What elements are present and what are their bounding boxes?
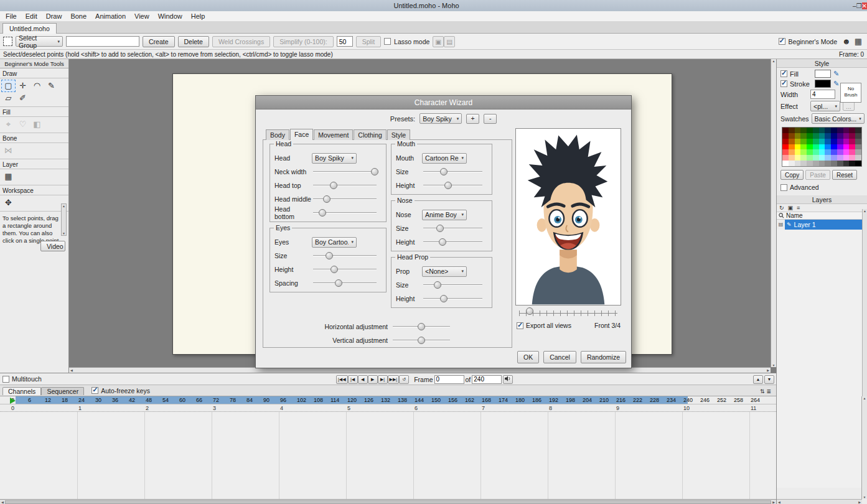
layer-row[interactable]: ▤✎Layer 1 [777, 220, 867, 230]
palette-swatch[interactable] [855, 149, 861, 155]
palette-swatch[interactable] [825, 133, 831, 139]
palette-swatch[interactable] [800, 139, 807, 144]
frame-label[interactable]: 240 [683, 397, 693, 403]
menu-help[interactable]: Help [187, 11, 210, 22]
palette-swatch[interactable] [807, 144, 813, 150]
palette-swatch[interactable] [855, 133, 861, 139]
slider-head-middle[interactable] [313, 198, 377, 200]
swatches-dropdown[interactable]: Basic Colors...▾ [812, 113, 865, 124]
layers-menu-icon[interactable]: ≡ [797, 205, 800, 211]
palette-swatch[interactable] [825, 155, 831, 161]
group-name-input[interactable] [66, 36, 139, 47]
frame-label[interactable]: 252 [717, 397, 726, 403]
frame-label[interactable]: 168 [482, 397, 491, 403]
palette-swatch[interactable] [782, 161, 789, 166]
transform-points-tool[interactable]: ✛ [16, 80, 30, 92]
pan-tool-tool[interactable]: ✥ [1, 197, 16, 209]
timeline-tab-sequencer[interactable]: Sequencer [41, 387, 84, 395]
slider-knob[interactable] [434, 281, 441, 289]
scroll-up-icon[interactable]: ▲ [862, 396, 867, 400]
playbar-down-icon[interactable]: ▼ [764, 375, 774, 384]
scrollbar-thumb[interactable] [5, 500, 771, 504]
slider-size[interactable] [423, 171, 482, 172]
wizard-tab-face[interactable]: Face [290, 129, 313, 140]
frame-label[interactable]: 216 [616, 397, 626, 403]
wizard-tab-movement[interactable]: Movement [314, 129, 353, 140]
menu-animation[interactable]: Animation [91, 11, 130, 22]
palette-swatch[interactable] [825, 144, 831, 150]
stroke-pen-icon[interactable]: ✎ [833, 80, 839, 88]
timeline-body[interactable] [0, 412, 776, 499]
slider-vertical-adjustment[interactable] [393, 340, 450, 341]
select-points-tool[interactable]: ▢ [1, 80, 16, 92]
palette-swatch[interactable] [782, 144, 789, 150]
palette-swatch[interactable] [819, 144, 825, 150]
step-back-button[interactable]: ◀ [358, 375, 368, 384]
palette-swatch[interactable] [800, 149, 807, 155]
frame-label[interactable]: 114 [330, 397, 339, 403]
fill-pen-icon[interactable]: ✎ [833, 70, 839, 78]
wizard-tab-clothing[interactable]: Clothing [354, 129, 387, 140]
timeline-menu-icon[interactable]: ≣ [766, 388, 771, 394]
frame-label[interactable]: 258 [734, 397, 743, 403]
effect-dropdown[interactable]: <pl...▾ [810, 101, 840, 111]
refresh-icon[interactable]: ↻ [779, 205, 784, 211]
select-group-dropdown[interactable]: Select Group▾ [16, 36, 63, 47]
menu-edit[interactable]: Edit [21, 11, 42, 22]
palette-swatch[interactable] [795, 128, 801, 133]
palette-swatch[interactable] [843, 155, 850, 161]
palette-swatch[interactable] [795, 133, 801, 139]
palette-swatch[interactable] [819, 149, 825, 155]
slider-knob[interactable] [440, 168, 448, 175]
select-shape-tool[interactable]: ⌖ [1, 118, 16, 131]
palette-swatch[interactable] [843, 139, 850, 144]
export-all-views-checkbox[interactable] [517, 322, 523, 329]
palette-swatch[interactable] [843, 133, 850, 139]
scroll-left-icon[interactable]: ◀ [778, 500, 780, 504]
frame-label[interactable]: 234 [667, 397, 676, 403]
palette-swatch[interactable] [800, 144, 807, 150]
playbar-up-icon[interactable]: ▲ [753, 375, 763, 384]
paint-bucket-tool[interactable]: ◧ [30, 118, 44, 131]
palette-swatch[interactable] [831, 128, 837, 133]
slider-knob[interactable] [319, 209, 326, 217]
palette-swatch[interactable] [849, 149, 855, 155]
layers-horizontal-scrollbar[interactable]: ◀▶ [777, 499, 862, 504]
palette-swatch[interactable] [813, 139, 819, 144]
frame-label[interactable]: 36 [112, 397, 118, 403]
palette-swatch[interactable] [795, 144, 801, 150]
frame-label[interactable]: 138 [398, 397, 407, 403]
add-point-tool[interactable]: ✎ [44, 80, 59, 92]
frame-label[interactable]: 228 [650, 397, 659, 403]
palette-swatch[interactable] [807, 128, 813, 133]
layer-visibility-icon[interactable]: ▤ [777, 220, 785, 230]
slider-head-bottom[interactable] [313, 212, 377, 213]
weld-crossings-button[interactable]: Weld Crossings [212, 36, 270, 47]
prev-keyframe-button[interactable]: |◀ [348, 375, 358, 384]
palette-swatch[interactable] [855, 128, 861, 133]
timeline-ruler[interactable]: 0612182430364248546066727884909610210811… [0, 396, 776, 404]
preset-remove-button[interactable]: - [484, 114, 497, 124]
video-button[interactable]: Video [40, 241, 65, 251]
palette-swatch[interactable] [819, 133, 825, 139]
slider-knob[interactable] [323, 195, 330, 203]
palette-swatch[interactable] [837, 144, 843, 150]
slider-neck-width[interactable] [313, 171, 377, 172]
palette-swatch[interactable] [819, 139, 825, 144]
palette-swatch[interactable] [837, 161, 843, 166]
stroke-width-input[interactable] [810, 90, 835, 99]
scroll-down-icon[interactable]: ▼ [862, 495, 867, 499]
palette-swatch[interactable] [813, 161, 819, 166]
copy-style-button[interactable]: Copy [780, 170, 804, 180]
slider-knob[interactable] [326, 252, 333, 259]
stroke-checkbox[interactable] [780, 80, 787, 87]
scroll-left-icon[interactable]: ◀ [70, 368, 73, 372]
palette-swatch[interactable] [782, 149, 789, 155]
frame-label[interactable]: 18 [62, 397, 68, 403]
frame-label[interactable]: 30 [95, 397, 101, 403]
playhead-marker[interactable] [10, 398, 16, 404]
frame-label[interactable]: 60 [179, 397, 185, 403]
freehand-tool[interactable]: ✐ [16, 92, 30, 105]
ok-button[interactable]: OK [517, 351, 539, 363]
palette-swatch[interactable] [825, 139, 831, 144]
